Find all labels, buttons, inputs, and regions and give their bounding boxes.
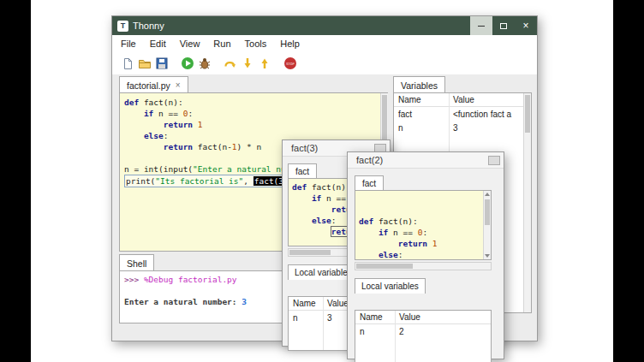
col-name: Name — [394, 95, 449, 104]
col-name: Name — [289, 299, 323, 308]
var-name: n — [394, 123, 449, 133]
tab-local-variables[interactable]: Local variables — [355, 278, 426, 294]
column-divider — [395, 311, 396, 362]
frame-hscrollbar-thumb[interactable] — [356, 264, 413, 269]
close-icon: × — [522, 21, 528, 31]
menu-view[interactable]: View — [173, 35, 207, 52]
tab-label: Local variables — [361, 282, 419, 291]
scroll-up-icon[interactable] — [485, 193, 490, 196]
step-out-icon — [258, 56, 271, 70]
var-value: 2 — [395, 327, 491, 336]
frame-code-view[interactable]: def fact(n): if n == 0: return 1 else: r… — [355, 190, 492, 260]
svg-text:STOP: STOP — [286, 62, 295, 66]
var-value: <function fact a — [449, 110, 531, 119]
frame-window-fact2: fact(2) fact def fact(n): if n == 0: ret… — [347, 151, 504, 359]
thonny-logo-icon: T — [117, 21, 128, 32]
var-name: n — [355, 327, 395, 336]
window-controls: × — [470, 16, 537, 35]
minimize-icon — [478, 26, 485, 27]
stop-button[interactable]: STOP — [282, 55, 299, 72]
menu-edit[interactable]: Edit — [143, 35, 173, 52]
toolbar: STOP — [112, 52, 537, 74]
debug-script-button[interactable] — [196, 55, 213, 72]
frame-title: fact(3) — [291, 143, 318, 153]
frame-vscrollbar[interactable] — [483, 191, 491, 259]
screen: T Thonny × File Edit View Run Tools Help — [0, 0, 644, 362]
run-icon — [181, 56, 194, 70]
variables-header: Name Value — [394, 93, 531, 107]
tab-close-icon[interactable]: × — [176, 80, 181, 90]
menu-help[interactable]: Help — [273, 35, 307, 52]
step-over-button[interactable] — [222, 55, 239, 72]
titlebar[interactable]: T Thonny × — [112, 16, 537, 35]
frame-close-button[interactable] — [488, 156, 500, 165]
tab-fact[interactable]: fact — [355, 175, 384, 191]
locals-header: Name Value — [355, 311, 491, 324]
col-value: Value — [395, 312, 491, 322]
open-folder-icon — [138, 57, 152, 70]
frame-hscrollbar[interactable] — [355, 262, 492, 270]
locals-panel: Name Value n 2 — [355, 310, 492, 362]
menu-bar: File Edit View Run Tools Help — [112, 35, 537, 52]
tab-factorial-py[interactable]: factorial.py × — [119, 76, 188, 93]
step-into-icon — [241, 56, 254, 70]
tab-shell[interactable]: Shell — [119, 254, 154, 271]
save-button[interactable] — [153, 55, 170, 72]
save-icon — [156, 57, 168, 69]
run-script-button[interactable] — [179, 55, 196, 72]
new-file-button[interactable] — [119, 55, 136, 72]
step-over-icon — [224, 56, 237, 70]
tab-label: fact — [295, 167, 309, 176]
menu-run[interactable]: Run — [206, 35, 237, 52]
step-out-button[interactable] — [256, 55, 273, 72]
tab-fact[interactable]: fact — [288, 163, 317, 179]
frame-title: fact(2) — [356, 155, 383, 165]
window-title: Thonny — [133, 21, 164, 31]
tab-label: factorial.py — [127, 80, 170, 91]
tab-label: Variables — [401, 80, 438, 91]
maximize-button[interactable] — [492, 16, 515, 35]
open-file-button[interactable] — [136, 55, 153, 72]
frame-hscrollbar-thumb[interactable] — [289, 250, 331, 255]
table-row[interactable]: n 3 — [394, 121, 531, 134]
tab-label: Local variables — [295, 268, 352, 277]
tab-label: fact — [362, 179, 376, 188]
variables-scrollbar[interactable] — [523, 93, 531, 312]
bug-icon — [198, 56, 212, 70]
var-value: 3 — [449, 123, 531, 133]
table-row[interactable]: n 2 — [355, 324, 491, 338]
stop-icon: STOP — [283, 56, 297, 70]
var-name: n — [289, 313, 323, 323]
column-divider — [323, 297, 324, 350]
var-name: fact — [394, 110, 449, 119]
new-file-icon — [122, 57, 134, 70]
col-value: Value — [449, 95, 531, 104]
close-button[interactable]: × — [515, 16, 537, 35]
col-name: Name — [355, 312, 395, 322]
frame-vscrollbar-thumb[interactable] — [485, 199, 490, 225]
tab-variables[interactable]: Variables — [393, 76, 445, 93]
maximize-icon — [500, 23, 507, 29]
table-row[interactable]: fact <function fact a — [394, 107, 531, 121]
menu-file[interactable]: File — [114, 35, 143, 52]
tab-label: Shell — [127, 258, 146, 269]
menu-tools[interactable]: Tools — [238, 35, 274, 52]
scroll-down-icon[interactable] — [485, 254, 490, 258]
frame-titlebar[interactable]: fact(2) — [348, 152, 504, 169]
minimize-button[interactable] — [470, 16, 492, 35]
step-into-button[interactable] — [239, 55, 256, 72]
variables-scrollbar-thumb[interactable] — [525, 95, 530, 133]
